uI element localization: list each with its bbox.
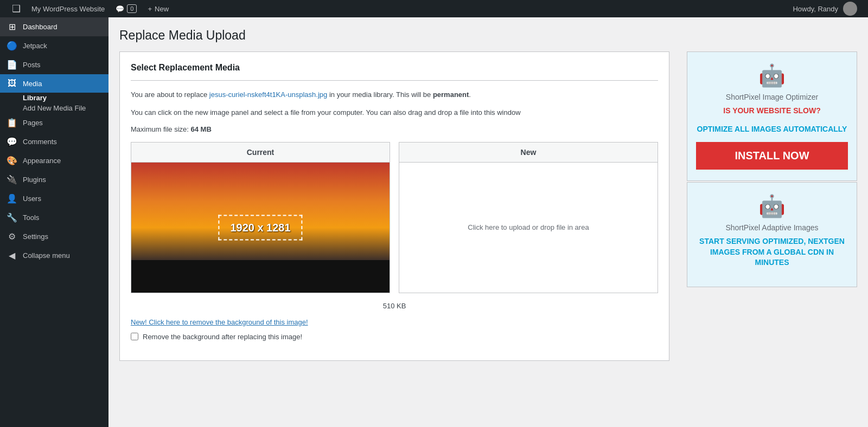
remove-bg-link[interactable]: New! Click here to remove the background…	[131, 318, 658, 326]
checkbox-label: Remove the background after replacing th…	[143, 333, 302, 341]
users-icon: 👤	[7, 193, 17, 204]
sidebar-item-posts[interactable]: 📄 Posts	[0, 55, 108, 74]
posts-icon: 📄	[7, 60, 17, 70]
media-icon: 🖼	[7, 79, 17, 88]
upload-area[interactable]: Click here to upload or drop file in are…	[399, 163, 658, 293]
filename-link[interactable]: jesus-curiel-nskeft4t1KA-unsplash.jpg	[209, 90, 328, 99]
sidebar-sub-add-new[interactable]: Add New Media File	[0, 103, 108, 113]
add-new-label: Add New Media File	[23, 104, 86, 112]
jetpack-icon: 🔵	[7, 41, 17, 51]
section-title: Select Replacement Media	[131, 63, 658, 81]
settings-icon: ⚙	[7, 231, 17, 242]
sidebar-item-jetpack[interactable]: 🔵 Jetpack	[0, 36, 108, 55]
adminbar-howdy: Howdy, Randy	[793, 5, 838, 13]
sidebar: ⊞ Dashboard 🔵 Jetpack 📄 Posts 🖼 Media Li…	[0, 17, 108, 427]
sidebar-label-dashboard: Dashboard	[23, 23, 58, 31]
shortpixel-optimizer-title: ShortPixel Image Optimizer	[696, 93, 848, 101]
wp-logo[interactable]: ❑	[7, 0, 26, 17]
sidebar-label-media: Media	[23, 80, 42, 88]
file-size: 510 KB	[131, 302, 658, 310]
sidebar-item-users[interactable]: 👤 Users	[0, 189, 108, 208]
admin-bar: ❑ My WordPress Website 💬 0 + New Howdy, …	[0, 0, 868, 17]
image-dimensions: 1920 x 1281	[218, 215, 302, 240]
main-content: Replace Media Upload Select Replacement …	[108, 17, 868, 427]
sidebar-label-jetpack: Jetpack	[23, 42, 47, 50]
city-silhouette	[131, 260, 390, 293]
remove-bg-checkbox[interactable]	[131, 333, 138, 340]
plugins-icon: 🔌	[7, 174, 17, 185]
desc-bold: permanent	[433, 90, 469, 99]
sidebar-label-plugins: Plugins	[23, 176, 46, 184]
pages-icon: 📋	[7, 118, 17, 128]
sidebar-label-users: Users	[23, 195, 41, 203]
collapse-icon: ◀	[7, 250, 17, 261]
adminbar-site-name[interactable]: My WordPress Website	[26, 0, 110, 17]
current-image-body: 1920 x 1281	[131, 163, 390, 293]
comment-count: 0	[127, 4, 137, 13]
tools-icon: 🔧	[7, 212, 17, 223]
new-panel[interactable]: New Click here to upload or drop file in…	[399, 142, 658, 293]
sidebar-label-pages: Pages	[23, 119, 43, 127]
sidebar-collapse[interactable]: ◀ Collapse menu	[0, 246, 108, 265]
adminbar-new[interactable]: + New	[142, 0, 174, 17]
upload-placeholder: Click here to upload or drop file in are…	[457, 212, 599, 242]
current-panel-header: Current	[131, 143, 390, 163]
description-1: You are about to replace jesus-curiel-ns…	[131, 89, 658, 101]
collapse-label: Collapse menu	[23, 251, 70, 260]
comment-icon: 💬	[116, 5, 124, 13]
desc-suffix: in your media library. This will be	[327, 90, 433, 99]
sidebar-item-settings[interactable]: ⚙ Settings	[0, 227, 108, 246]
shortpixel-optimize-text: OPTIMIZE ALL IMAGES AUTOMATICALLY	[696, 124, 848, 135]
ad-shortpixel-optimizer: 🤖 ShortPixel Image Optimizer IS YOUR WEB…	[687, 51, 857, 181]
shortpixel-slow-text: IS YOUR WEBSITE SLOW?	[696, 106, 848, 117]
sidebar-item-pages[interactable]: 📋 Pages	[0, 113, 108, 132]
comments-icon: 💬	[7, 137, 17, 147]
sidebar-ads: 🤖 ShortPixel Image Optimizer IS YOUR WEB…	[678, 51, 857, 288]
checkbox-row: Remove the background after replacing th…	[131, 333, 658, 341]
dashboard-icon: ⊞	[7, 22, 17, 32]
avatar[interactable]	[843, 2, 857, 16]
sidebar-label-posts: Posts	[23, 61, 41, 69]
sidebar-item-appearance[interactable]: 🎨 Appearance	[0, 151, 108, 170]
adminbar-comments[interactable]: 💬 0	[110, 0, 142, 17]
sidebar-label-comments: Comments	[23, 138, 57, 146]
page-title: Replace Media Upload	[119, 28, 857, 43]
library-label: Library	[23, 94, 47, 102]
sidebar-item-comments[interactable]: 💬 Comments	[0, 132, 108, 151]
sidebar-sub-library[interactable]: Library	[0, 93, 108, 103]
sidebar-item-plugins[interactable]: 🔌 Plugins	[0, 170, 108, 189]
shortpixel-start-text: START SERVING OPTIMIZED, NEXTGEN IMAGES …	[696, 236, 848, 268]
description-2: You can click on the new image panel and…	[131, 107, 658, 119]
replace-media-form: Select Replacement Media You are about t…	[119, 51, 669, 361]
sidebar-label-appearance: Appearance	[23, 157, 61, 165]
plus-icon: +	[148, 5, 152, 13]
sidebar-item-dashboard[interactable]: ⊞ Dashboard	[0, 17, 108, 36]
new-panel-header: New	[399, 143, 658, 163]
shortpixel-adaptive-title: ShortPixel Adaptive Images	[696, 223, 848, 232]
sidebar-item-media[interactable]: 🖼 Media	[0, 74, 108, 93]
appearance-icon: 🎨	[7, 156, 17, 166]
sidebar-label-tools: Tools	[23, 214, 39, 222]
ad-shortpixel-adaptive: 🤖 ShortPixel Adaptive Images START SERVI…	[687, 182, 857, 287]
shortpixel-adaptive-logo: 🤖	[696, 193, 848, 219]
sidebar-label-settings: Settings	[23, 232, 48, 241]
install-now-button[interactable]: INSTALL NOW	[696, 142, 848, 170]
image-panels: Current 1920 x 1281 New Click here t	[131, 142, 658, 293]
max-file-size: Maximum file size: 64 MB	[131, 125, 658, 133]
sidebar-item-tools[interactable]: 🔧 Tools	[0, 208, 108, 227]
shortpixel-optimizer-logo: 🤖	[696, 63, 848, 88]
desc-prefix: You are about to replace	[131, 90, 209, 99]
current-panel: Current 1920 x 1281	[131, 142, 390, 293]
